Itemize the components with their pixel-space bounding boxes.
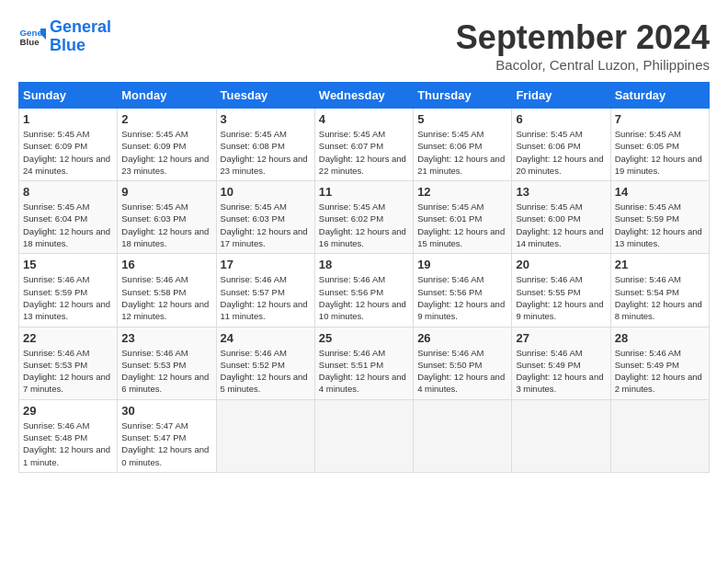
day-number: 10	[221, 185, 311, 199]
title-section: September 2024 Bacolor, Central Luzon, P…	[456, 18, 710, 73]
calendar-cell: 13Sunrise: 5:45 AMSunset: 6:00 PMDayligh…	[512, 181, 610, 254]
calendar-cell: 28Sunrise: 5:46 AMSunset: 5:49 PMDayligh…	[610, 327, 709, 399]
day-info: Sunrise: 5:46 AMSunset: 5:53 PMDaylight:…	[121, 347, 211, 396]
calendar-cell: 24Sunrise: 5:46 AMSunset: 5:52 PMDayligh…	[216, 327, 314, 399]
calendar-row: 29Sunrise: 5:46 AMSunset: 5:48 PMDayligh…	[19, 399, 710, 472]
day-info: Sunrise: 5:45 AMSunset: 6:09 PMDaylight:…	[23, 128, 113, 177]
col-thursday: Thursday	[414, 83, 512, 109]
day-info: Sunrise: 5:45 AMSunset: 6:08 PMDaylight:…	[221, 128, 311, 177]
calendar-cell: 27Sunrise: 5:46 AMSunset: 5:49 PMDayligh…	[512, 327, 610, 399]
day-number: 27	[516, 331, 606, 345]
calendar-cell: 22Sunrise: 5:46 AMSunset: 5:53 PMDayligh…	[19, 327, 118, 399]
calendar-cell: 26Sunrise: 5:46 AMSunset: 5:50 PMDayligh…	[414, 327, 512, 399]
day-info: Sunrise: 5:45 AMSunset: 6:03 PMDaylight:…	[221, 201, 311, 249]
calendar-cell: 3Sunrise: 5:45 AMSunset: 6:08 PMDaylight…	[216, 109, 314, 181]
calendar-cell: 19Sunrise: 5:46 AMSunset: 5:56 PMDayligh…	[414, 254, 512, 327]
day-info: Sunrise: 5:45 AMSunset: 6:03 PMDaylight:…	[121, 201, 211, 249]
day-number: 1	[23, 112, 113, 126]
col-wednesday: Wednesday	[314, 83, 413, 109]
calendar-cell: 25Sunrise: 5:46 AMSunset: 5:51 PMDayligh…	[314, 327, 413, 399]
calendar-row: 15Sunrise: 5:46 AMSunset: 5:59 PMDayligh…	[19, 254, 710, 327]
day-number: 13	[516, 185, 606, 199]
day-info: Sunrise: 5:46 AMSunset: 5:59 PMDaylight:…	[23, 273, 113, 322]
calendar-cell: 7Sunrise: 5:45 AMSunset: 6:05 PMDaylight…	[610, 109, 709, 181]
calendar-cell: 23Sunrise: 5:46 AMSunset: 5:53 PMDayligh…	[118, 327, 216, 399]
col-friday: Friday	[512, 83, 610, 109]
day-info: Sunrise: 5:47 AMSunset: 5:47 PMDaylight:…	[121, 419, 211, 468]
day-info: Sunrise: 5:46 AMSunset: 5:49 PMDaylight:…	[516, 347, 606, 396]
day-number: 23	[121, 331, 211, 345]
calendar-cell	[314, 399, 413, 472]
day-info: Sunrise: 5:45 AMSunset: 6:06 PMDaylight:…	[417, 128, 507, 177]
day-info: Sunrise: 5:46 AMSunset: 5:56 PMDaylight:…	[417, 273, 507, 322]
day-number: 15	[23, 258, 113, 271]
day-info: Sunrise: 5:46 AMSunset: 5:54 PMDaylight:…	[615, 273, 705, 322]
day-info: Sunrise: 5:46 AMSunset: 5:53 PMDaylight:…	[23, 347, 113, 396]
month-title: September 2024	[456, 18, 710, 57]
page-header: General Blue GeneralBlue September 2024 …	[18, 18, 710, 73]
day-number: 16	[121, 258, 211, 271]
calendar-row: 22Sunrise: 5:46 AMSunset: 5:53 PMDayligh…	[19, 327, 710, 399]
day-info: Sunrise: 5:45 AMSunset: 6:01 PMDaylight:…	[417, 201, 507, 249]
calendar-cell: 2Sunrise: 5:45 AMSunset: 6:09 PMDaylight…	[118, 109, 216, 181]
day-info: Sunrise: 5:46 AMSunset: 5:56 PMDaylight:…	[319, 273, 409, 322]
header-row: Sunday Monday Tuesday Wednesday Thursday…	[19, 83, 710, 109]
calendar-cell: 1Sunrise: 5:45 AMSunset: 6:09 PMDaylight…	[19, 109, 118, 181]
day-number: 19	[417, 258, 507, 271]
day-number: 25	[319, 331, 409, 345]
logo-icon: General Blue	[18, 23, 46, 51]
calendar-cell: 4Sunrise: 5:45 AMSunset: 6:07 PMDaylight…	[314, 109, 413, 181]
day-number: 12	[417, 185, 507, 199]
day-number: 20	[516, 258, 606, 271]
day-number: 24	[221, 331, 311, 345]
day-number: 17	[221, 258, 311, 271]
calendar-cell: 10Sunrise: 5:45 AMSunset: 6:03 PMDayligh…	[216, 181, 314, 254]
day-number: 8	[23, 185, 113, 199]
calendar-cell: 11Sunrise: 5:45 AMSunset: 6:02 PMDayligh…	[314, 181, 413, 254]
calendar-cell	[610, 399, 709, 472]
calendar-cell: 12Sunrise: 5:45 AMSunset: 6:01 PMDayligh…	[414, 181, 512, 254]
day-number: 28	[615, 331, 705, 345]
calendar-cell: 8Sunrise: 5:45 AMSunset: 6:04 PMDaylight…	[19, 181, 118, 254]
calendar-row: 8Sunrise: 5:45 AMSunset: 6:04 PMDaylight…	[19, 181, 710, 254]
logo: General Blue GeneralBlue	[18, 18, 111, 55]
calendar-cell: 21Sunrise: 5:46 AMSunset: 5:54 PMDayligh…	[610, 254, 709, 327]
calendar-cell	[512, 399, 610, 472]
col-tuesday: Tuesday	[216, 83, 314, 109]
day-info: Sunrise: 5:46 AMSunset: 5:57 PMDaylight:…	[221, 273, 311, 322]
day-info: Sunrise: 5:46 AMSunset: 5:58 PMDaylight:…	[121, 273, 211, 322]
logo-text: GeneralBlue	[50, 18, 111, 55]
calendar-cell: 9Sunrise: 5:45 AMSunset: 6:03 PMDaylight…	[118, 181, 216, 254]
calendar-cell: 18Sunrise: 5:46 AMSunset: 5:56 PMDayligh…	[314, 254, 413, 327]
col-sunday: Sunday	[19, 83, 118, 109]
day-info: Sunrise: 5:46 AMSunset: 5:50 PMDaylight:…	[417, 347, 507, 396]
calendar-row: 1Sunrise: 5:45 AMSunset: 6:09 PMDaylight…	[19, 109, 710, 181]
day-info: Sunrise: 5:45 AMSunset: 6:04 PMDaylight:…	[23, 201, 113, 249]
calendar-cell: 29Sunrise: 5:46 AMSunset: 5:48 PMDayligh…	[19, 399, 118, 472]
day-number: 14	[615, 185, 705, 199]
day-info: Sunrise: 5:46 AMSunset: 5:51 PMDaylight:…	[319, 347, 409, 396]
day-number: 6	[516, 112, 606, 126]
calendar-cell	[216, 399, 314, 472]
day-number: 30	[121, 404, 211, 418]
calendar-cell: 30Sunrise: 5:47 AMSunset: 5:47 PMDayligh…	[118, 399, 216, 472]
calendar-cell: 14Sunrise: 5:45 AMSunset: 5:59 PMDayligh…	[610, 181, 709, 254]
day-number: 18	[319, 258, 409, 271]
day-info: Sunrise: 5:45 AMSunset: 5:59 PMDaylight:…	[615, 201, 705, 249]
day-info: Sunrise: 5:46 AMSunset: 5:49 PMDaylight:…	[615, 347, 705, 396]
calendar-cell: 15Sunrise: 5:46 AMSunset: 5:59 PMDayligh…	[19, 254, 118, 327]
location-title: Bacolor, Central Luzon, Philippines	[456, 57, 710, 73]
calendar-cell: 6Sunrise: 5:45 AMSunset: 6:06 PMDaylight…	[512, 109, 610, 181]
day-number: 2	[121, 112, 211, 126]
day-number: 4	[319, 112, 409, 126]
day-number: 21	[615, 258, 705, 271]
day-number: 3	[221, 112, 311, 126]
svg-marker-2	[40, 29, 46, 40]
day-info: Sunrise: 5:45 AMSunset: 6:09 PMDaylight:…	[121, 128, 211, 177]
calendar-cell: 16Sunrise: 5:46 AMSunset: 5:58 PMDayligh…	[118, 254, 216, 327]
day-info: Sunrise: 5:45 AMSunset: 6:00 PMDaylight:…	[516, 201, 606, 249]
calendar-cell: 20Sunrise: 5:46 AMSunset: 5:55 PMDayligh…	[512, 254, 610, 327]
day-number: 9	[121, 185, 211, 199]
day-info: Sunrise: 5:45 AMSunset: 6:07 PMDaylight:…	[319, 128, 409, 177]
day-info: Sunrise: 5:46 AMSunset: 5:52 PMDaylight:…	[221, 347, 311, 396]
